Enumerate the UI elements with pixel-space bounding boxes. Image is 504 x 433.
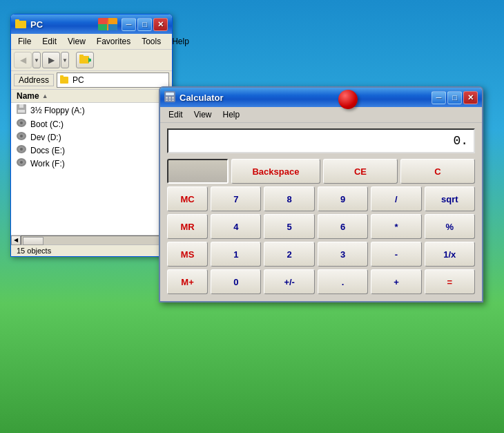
backspace-button[interactable]: Backspace bbox=[231, 159, 320, 184]
percent-button[interactable]: % bbox=[425, 214, 475, 239]
pc-col-header[interactable]: Name ▲ bbox=[11, 90, 172, 103]
svg-point-16 bbox=[20, 135, 23, 137]
list-item[interactable]: Dev (D:) bbox=[11, 131, 172, 144]
pc-menu-edit[interactable]: Edit bbox=[38, 35, 61, 48]
red-ball-icon bbox=[338, 90, 358, 109]
pc-menu-help[interactable]: Help bbox=[168, 35, 193, 48]
scroll-thumb[interactable] bbox=[23, 237, 43, 245]
pc-close-button[interactable]: ✕ bbox=[153, 18, 168, 31]
calculator-window: Calculator ─ □ ✕ Edit View Help 0. Backs… bbox=[159, 86, 483, 302]
calc-minimize-button[interactable]: ─ bbox=[432, 91, 446, 104]
calc-title: Calculator bbox=[180, 93, 432, 103]
pc-menu-file[interactable]: File bbox=[14, 35, 35, 48]
reciprocal-button[interactable]: 1/x bbox=[425, 242, 475, 267]
calc-menu-help[interactable]: Help bbox=[218, 108, 244, 121]
go-up-button[interactable] bbox=[76, 52, 94, 68]
scroll-left-button[interactable]: ◀ bbox=[11, 235, 21, 245]
pc-statusbar: 15 objects bbox=[11, 244, 172, 256]
svg-rect-27 bbox=[172, 97, 174, 99]
btn-4[interactable]: 4 bbox=[211, 214, 261, 239]
svg-rect-0 bbox=[15, 21, 26, 28]
svg-rect-30 bbox=[172, 99, 174, 101]
btn-7[interactable]: 7 bbox=[211, 186, 261, 211]
pc-window: PC ─ □ ✕ File Edit View Favorites Tools … bbox=[10, 14, 173, 257]
list-item[interactable]: Boot (C:) bbox=[11, 117, 172, 131]
ms-button[interactable]: MS bbox=[167, 242, 208, 267]
svg-rect-24 bbox=[166, 93, 174, 95]
calc-row-1: MC 7 8 9 / sqrt bbox=[167, 186, 475, 211]
back-button[interactable]: ◀ bbox=[14, 52, 32, 68]
calc-button-grid: Backspace CE C MC 7 8 9 / sqrt MR 4 5 6 … bbox=[167, 159, 475, 294]
multiply-button[interactable]: * bbox=[371, 214, 421, 239]
btn-2[interactable]: 2 bbox=[264, 242, 314, 267]
btn-1[interactable]: 1 bbox=[211, 242, 261, 267]
calc-menu-view[interactable]: View bbox=[190, 108, 216, 121]
drive-label: Docs (E:) bbox=[30, 146, 65, 155]
svg-rect-26 bbox=[169, 97, 171, 99]
add-button[interactable]: + bbox=[371, 269, 421, 294]
address-input[interactable]: PC bbox=[57, 73, 169, 88]
pc-menu-favorites[interactable]: Favorites bbox=[93, 35, 135, 48]
svg-rect-25 bbox=[166, 97, 168, 99]
calc-titlebar: Calculator ─ □ ✕ bbox=[160, 88, 482, 107]
plusminus-button[interactable]: +/- bbox=[264, 269, 314, 294]
svg-rect-7 bbox=[60, 75, 64, 77]
btn-8[interactable]: 8 bbox=[264, 186, 314, 211]
drive-label: Work (F:) bbox=[30, 159, 65, 169]
pc-toolbar: ◀ ▼ ▶ ▼ bbox=[11, 50, 172, 71]
sqrt-button[interactable]: sqrt bbox=[425, 186, 475, 211]
decimal-button[interactable]: . bbox=[318, 269, 368, 294]
pc-menu-view[interactable]: View bbox=[64, 35, 90, 48]
calc-row-0: Backspace CE C bbox=[167, 159, 475, 184]
btn-3[interactable]: 3 bbox=[318, 242, 368, 267]
scroll-track[interactable] bbox=[21, 235, 162, 245]
pc-minimize-button[interactable]: ─ bbox=[122, 18, 136, 31]
svg-point-22 bbox=[20, 161, 23, 164]
address-icon bbox=[60, 75, 70, 86]
list-item[interactable]: Docs (E:) bbox=[11, 144, 172, 157]
btn-0[interactable]: 0 bbox=[211, 269, 261, 294]
pc-maximize-button[interactable]: □ bbox=[137, 18, 152, 31]
c-button[interactable]: C bbox=[400, 159, 475, 184]
subtract-button[interactable]: - bbox=[371, 242, 421, 267]
btn-5[interactable]: 5 bbox=[264, 214, 314, 239]
drive-label: 3½ Floppy (A:) bbox=[30, 106, 85, 115]
calc-menu-edit[interactable]: Edit bbox=[164, 108, 187, 121]
name-column-header: Name bbox=[17, 91, 39, 101]
forward-dropdown[interactable]: ▼ bbox=[61, 52, 69, 68]
list-item[interactable]: Work (F:) bbox=[11, 157, 172, 170]
ce-button[interactable]: CE bbox=[323, 159, 398, 184]
calc-maximize-button[interactable]: □ bbox=[447, 91, 462, 104]
calc-display-value: 0. bbox=[453, 134, 468, 148]
mr-button[interactable]: MR bbox=[167, 214, 208, 239]
mc-button[interactable]: MC bbox=[167, 186, 208, 211]
disk-icon bbox=[17, 132, 26, 142]
calc-empty-btn bbox=[167, 159, 229, 184]
address-label: Address bbox=[14, 74, 54, 86]
horizontal-scrollbar[interactable]: ◀ ▶ bbox=[11, 235, 172, 244]
calc-close-button[interactable]: ✕ bbox=[463, 91, 478, 104]
equals-button[interactable]: = bbox=[425, 269, 475, 294]
disk-icon bbox=[17, 145, 26, 155]
svg-point-13 bbox=[20, 122, 23, 124]
svg-rect-10 bbox=[19, 104, 23, 108]
pc-address-bar: Address PC bbox=[11, 71, 172, 90]
floppy-icon bbox=[17, 104, 26, 116]
mplus-button[interactable]: M+ bbox=[167, 269, 208, 294]
forward-button[interactable]: ▶ bbox=[42, 52, 60, 68]
btn-9[interactable]: 9 bbox=[318, 186, 368, 211]
sort-arrow-icon: ▲ bbox=[42, 93, 48, 99]
divide-button[interactable]: / bbox=[371, 186, 421, 211]
svg-rect-1 bbox=[15, 19, 19, 21]
disk-icon bbox=[17, 158, 26, 169]
pc-menubar: File Edit View Favorites Tools Help bbox=[11, 34, 172, 50]
object-count: 15 objects bbox=[17, 247, 51, 255]
svg-rect-5 bbox=[88, 59, 91, 61]
drive-label: Boot (C:) bbox=[30, 119, 64, 129]
list-item[interactable]: 3½ Floppy (A:) bbox=[11, 103, 172, 117]
svg-rect-9 bbox=[18, 110, 25, 113]
btn-6[interactable]: 6 bbox=[318, 214, 368, 239]
svg-rect-3 bbox=[79, 55, 84, 57]
back-dropdown[interactable]: ▼ bbox=[32, 52, 41, 68]
pc-menu-tools[interactable]: Tools bbox=[137, 35, 165, 48]
